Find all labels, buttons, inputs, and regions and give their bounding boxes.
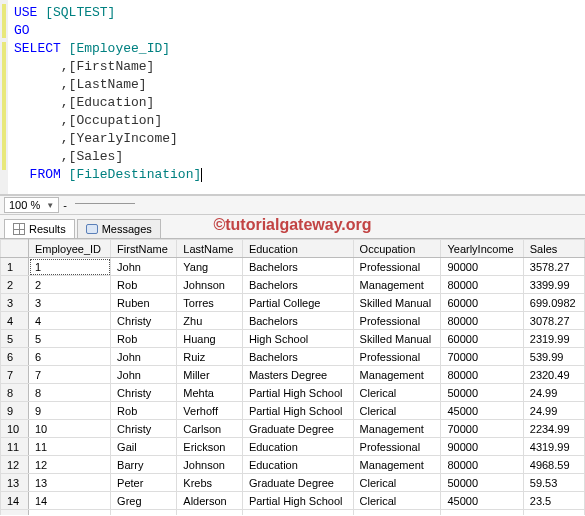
table-row[interactable]: 33RubenTorresPartial CollegeSkilled Manu… xyxy=(1,294,585,312)
rownum[interactable]: 10 xyxy=(1,420,29,438)
cell-ed[interactable]: Partial High School xyxy=(242,384,353,402)
cell-ln[interactable]: Alderson xyxy=(177,492,243,510)
cell-sa[interactable]: 539.99 xyxy=(523,348,584,366)
rownum[interactable]: 9 xyxy=(1,402,29,420)
cell-oc[interactable]: Clerical xyxy=(353,384,441,402)
cell-sa[interactable]: 3578.27 xyxy=(523,258,584,276)
header-rownum[interactable] xyxy=(1,240,29,258)
cell-fn[interactable]: Christy xyxy=(111,420,177,438)
table-row[interactable]: 66JohnRuizBachelorsProfessional70000539.… xyxy=(1,348,585,366)
cell-yi[interactable]: 50000 xyxy=(441,384,523,402)
cell-yi[interactable]: 70000 xyxy=(441,348,523,366)
rownum[interactable]: 2 xyxy=(1,276,29,294)
cell-ed[interactable]: Bachelors xyxy=(242,312,353,330)
cell-yi[interactable]: 60000 xyxy=(441,294,523,312)
cell-ed[interactable]: Bachelors xyxy=(242,276,353,294)
cell-sa[interactable]: 23.5 xyxy=(523,492,584,510)
cell-oc[interactable]: Management xyxy=(353,366,441,384)
cell-ln[interactable]: Carlson xyxy=(177,420,243,438)
cell-sa[interactable]: 2234.99 xyxy=(523,420,584,438)
cell-sa[interactable]: 3078.27 xyxy=(523,312,584,330)
cell-fn[interactable]: Rob xyxy=(111,402,177,420)
cell-ln[interactable]: Zhu xyxy=(177,312,243,330)
cell-ed[interactable]: Bachelors xyxy=(242,348,353,366)
cell-fn[interactable]: Christy xyxy=(111,312,177,330)
cell-ed[interactable]: Partial High School xyxy=(242,402,353,420)
cell-oc[interactable]: Skilled Manual xyxy=(353,330,441,348)
table-row[interactable]: 44ChristyZhuBachelorsProfessional8000030… xyxy=(1,312,585,330)
cell-id[interactable]: 14 xyxy=(29,492,111,510)
cell-fn[interactable]: Rob xyxy=(111,276,177,294)
rownum[interactable]: 14 xyxy=(1,492,29,510)
rownum[interactable]: 4 xyxy=(1,312,29,330)
header-occupation[interactable]: Occupation xyxy=(353,240,441,258)
rownum[interactable]: 1 xyxy=(1,258,29,276)
cell-ln[interactable]: Gateway xyxy=(177,510,243,516)
cell-id[interactable]: 6 xyxy=(29,348,111,366)
cell-ed[interactable]: Partial High School xyxy=(242,492,353,510)
cell-id[interactable]: 11 xyxy=(29,438,111,456)
cell-yi[interactable]: 90000 xyxy=(441,258,523,276)
rownum[interactable]: 5 xyxy=(1,330,29,348)
cell-yi[interactable]: 70000 xyxy=(441,420,523,438)
cell-ln[interactable]: Krebs xyxy=(177,474,243,492)
cell-ln[interactable]: Verhoff xyxy=(177,402,243,420)
splitter-handle[interactable] xyxy=(75,203,135,207)
cell-fn[interactable]: John xyxy=(111,348,177,366)
cell-fn[interactable]: Peter xyxy=(111,474,177,492)
cell-oc[interactable]: Clerical xyxy=(353,474,441,492)
rownum[interactable]: 13 xyxy=(1,474,29,492)
cell-fn[interactable]: Rob xyxy=(111,330,177,348)
cell-yi[interactable]: 80000 xyxy=(441,366,523,384)
rownum[interactable]: 3 xyxy=(1,294,29,312)
cell-id[interactable]: 2 xyxy=(29,276,111,294)
cell-sa[interactable]: 4319.99 xyxy=(523,438,584,456)
cell-yi[interactable]: 50000 xyxy=(441,474,523,492)
cell-sa[interactable]: 59.53 xyxy=(523,474,584,492)
header-lastname[interactable]: LastName xyxy=(177,240,243,258)
cell-id[interactable]: 7 xyxy=(29,366,111,384)
cell-fn[interactable]: John xyxy=(111,258,177,276)
cell-sa[interactable]: 200.99 xyxy=(523,510,584,516)
cell-id[interactable]: 5 xyxy=(29,330,111,348)
cell-ed[interactable]: Graduate Degree xyxy=(242,420,353,438)
cell-ln[interactable]: Erickson xyxy=(177,438,243,456)
cell-ln[interactable]: Johnson xyxy=(177,276,243,294)
cell-yi[interactable]: 80000 xyxy=(441,276,523,294)
table-row[interactable]: 22RobJohnsonBachelorsManagement800003399… xyxy=(1,276,585,294)
table-row[interactable]: 1010ChristyCarlsonGraduate DegreeManagem… xyxy=(1,420,585,438)
table-row[interactable]: 1313PeterKrebsGraduate DegreeClerical500… xyxy=(1,474,585,492)
cell-fn[interactable]: John xyxy=(111,366,177,384)
cell-oc[interactable]: Management xyxy=(353,276,441,294)
cell-fn[interactable]: Greg xyxy=(111,492,177,510)
cell-ed[interactable]: Education xyxy=(242,456,353,474)
tab-messages[interactable]: Messages xyxy=(77,219,161,238)
cell-fn[interactable]: Ruben xyxy=(111,294,177,312)
cell-ln[interactable]: Johnson xyxy=(177,456,243,474)
table-row[interactable]: 77JohnMillerMasters DegreeManagement8000… xyxy=(1,366,585,384)
cell-id[interactable]: 1 xyxy=(29,258,111,276)
rownum[interactable]: 11 xyxy=(1,438,29,456)
cell-oc[interactable]: Professional xyxy=(353,438,441,456)
cell-sa[interactable]: 4968.59 xyxy=(523,456,584,474)
cell-oc[interactable]: Clerical xyxy=(353,402,441,420)
table-row[interactable]: 1515TutorialGatewayMasters DegreeAdmin17… xyxy=(1,510,585,516)
code-area[interactable]: USE [SQLTEST] GO SELECT [Employee_ID] ,[… xyxy=(8,0,208,194)
zoom-dropdown[interactable]: 100 % ▼ xyxy=(4,197,59,213)
cell-id[interactable]: 9 xyxy=(29,402,111,420)
cell-fn[interactable]: Christy xyxy=(111,384,177,402)
cell-sa[interactable]: 699.0982 xyxy=(523,294,584,312)
rownum[interactable]: 7 xyxy=(1,366,29,384)
results-grid[interactable]: Employee_ID FirstName LastName Education… xyxy=(0,239,585,515)
cell-sa[interactable]: 24.99 xyxy=(523,384,584,402)
cell-yi[interactable]: 45000 xyxy=(441,492,523,510)
cell-ln[interactable]: Yang xyxy=(177,258,243,276)
cell-id[interactable]: 3 xyxy=(29,294,111,312)
cell-oc[interactable]: Admin xyxy=(353,510,441,516)
tab-results[interactable]: Results xyxy=(4,219,75,238)
table-row[interactable]: 1212BarryJohnsonEducationManagement80000… xyxy=(1,456,585,474)
cell-yi[interactable]: 175000 xyxy=(441,510,523,516)
cell-sa[interactable]: 2319.99 xyxy=(523,330,584,348)
cell-ed[interactable]: Bachelors xyxy=(242,258,353,276)
cell-oc[interactable]: Management xyxy=(353,456,441,474)
